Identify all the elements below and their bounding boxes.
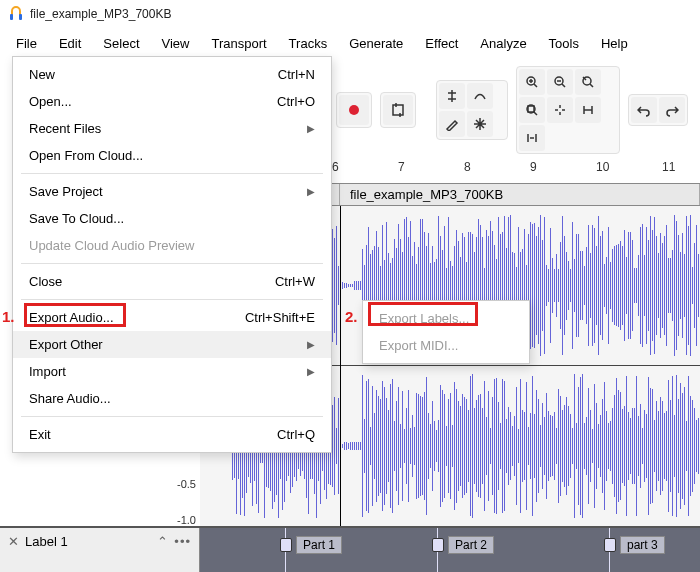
svg-rect-3 xyxy=(393,105,403,115)
annotation-number-1: 1. xyxy=(2,308,15,325)
ruler-tick: 7 xyxy=(398,160,405,174)
menu-export-labels[interactable]: Export Labels... xyxy=(363,305,529,332)
menu-export-midi: Export MIDI... xyxy=(363,332,529,359)
menu-select[interactable]: Select xyxy=(93,32,149,55)
svg-rect-1 xyxy=(19,14,22,20)
record-button[interactable] xyxy=(339,95,369,125)
menu-view[interactable]: View xyxy=(152,32,200,55)
undo-icon[interactable] xyxy=(631,97,657,123)
menu-separator xyxy=(21,173,323,174)
clip-boundary xyxy=(340,206,341,526)
menu-separator xyxy=(21,299,323,300)
menu-close[interactable]: CloseCtrl+W xyxy=(13,268,331,295)
menu-exit[interactable]: ExitCtrl+Q xyxy=(13,421,331,448)
menu-update-cloud: Update Cloud Audio Preview xyxy=(13,232,331,259)
label-handle-icon[interactable] xyxy=(604,538,616,552)
label-marker[interactable]: part 3 xyxy=(604,536,665,554)
menu-recent-files[interactable]: Recent Files▶ xyxy=(13,115,331,142)
track-menu-icon[interactable]: ••• xyxy=(174,534,191,549)
ruler-tick: 6 xyxy=(332,160,339,174)
menu-separator xyxy=(21,263,323,264)
selection-tool[interactable] xyxy=(439,83,465,109)
menu-generate[interactable]: Generate xyxy=(339,32,413,55)
menu-analyze[interactable]: Analyze xyxy=(470,32,536,55)
label-track-panel: ✕ Label 1 ⌃ ••• xyxy=(0,528,200,572)
label-text[interactable]: Part 2 xyxy=(448,536,494,554)
export-other-submenu: Export Labels... Export MIDI... xyxy=(362,300,530,364)
menu-import[interactable]: Import▶ xyxy=(13,358,331,385)
axis-label: -1.0 xyxy=(160,514,196,526)
menu-open-cloud[interactable]: Open From Cloud... xyxy=(13,142,331,169)
zoom-in-icon[interactable] xyxy=(519,69,545,95)
label-marker[interactable]: Part 1 xyxy=(280,536,342,554)
label-handle-icon[interactable] xyxy=(280,538,292,552)
axis-label: -0.5 xyxy=(160,478,196,490)
window-title: file_example_MP3_700KB xyxy=(30,7,171,21)
chevron-up-icon[interactable]: ⌃ xyxy=(157,534,168,549)
menu-save-project[interactable]: Save Project▶ xyxy=(13,178,331,205)
ruler-tick: 10 xyxy=(596,160,609,174)
svg-rect-8 xyxy=(528,106,534,112)
silence-icon[interactable] xyxy=(519,125,545,151)
menu-open[interactable]: Open...Ctrl+O xyxy=(13,88,331,115)
menu-new[interactable]: NewCtrl+N xyxy=(13,61,331,88)
app-icon xyxy=(8,6,24,22)
envelope-tool[interactable] xyxy=(467,83,493,109)
label-track-name[interactable]: Label 1 xyxy=(25,534,151,549)
label-marker[interactable]: Part 2 xyxy=(432,536,494,554)
label-handle-icon[interactable] xyxy=(432,538,444,552)
file-menu-dropdown: NewCtrl+N Open...Ctrl+O Recent Files▶ Op… xyxy=(12,56,332,453)
menu-separator xyxy=(21,416,323,417)
menu-export-audio[interactable]: Export Audio...Ctrl+Shift+E xyxy=(13,304,331,331)
menu-effect[interactable]: Effect xyxy=(415,32,468,55)
chevron-right-icon: ▶ xyxy=(307,186,315,197)
multi-tool[interactable] xyxy=(467,111,493,137)
chevron-right-icon: ▶ xyxy=(307,366,315,377)
zoom-out-icon[interactable] xyxy=(547,69,573,95)
ruler-tick: 8 xyxy=(464,160,471,174)
label-text[interactable]: Part 1 xyxy=(296,536,342,554)
trim-icon[interactable] xyxy=(575,97,601,123)
menu-help[interactable]: Help xyxy=(591,32,638,55)
draw-tool[interactable] xyxy=(439,111,465,137)
annotation-number-2: 2. xyxy=(345,308,358,325)
zoom-toggle-icon[interactable] xyxy=(547,97,573,123)
close-icon[interactable]: ✕ xyxy=(8,534,19,549)
menu-tools[interactable]: Tools xyxy=(539,32,589,55)
menu-share-audio[interactable]: Share Audio... xyxy=(13,385,331,412)
ruler-tick: 11 xyxy=(662,160,675,174)
svg-point-2 xyxy=(349,105,359,115)
label-track: ✕ Label 1 ⌃ ••• Part 1 Part 2 part 3 xyxy=(0,526,700,572)
loop-button[interactable] xyxy=(383,95,413,125)
label-lane[interactable]: Part 1 Part 2 part 3 xyxy=(200,528,700,572)
clip-name: file_example_MP3_700KB xyxy=(350,187,503,202)
menu-file[interactable]: File xyxy=(6,32,47,55)
fit-selection-icon[interactable] xyxy=(575,69,601,95)
label-text[interactable]: part 3 xyxy=(620,536,665,554)
chevron-right-icon: ▶ xyxy=(307,339,315,350)
redo-icon[interactable] xyxy=(659,97,685,123)
menu-export-other[interactable]: Export Other▶ xyxy=(13,331,331,358)
svg-rect-0 xyxy=(10,14,13,20)
chevron-right-icon: ▶ xyxy=(307,123,315,134)
fit-project-icon[interactable] xyxy=(519,97,545,123)
ruler-tick: 9 xyxy=(530,160,537,174)
menu-tracks[interactable]: Tracks xyxy=(279,32,338,55)
menu-transport[interactable]: Transport xyxy=(201,32,276,55)
menu-save-cloud[interactable]: Save To Cloud... xyxy=(13,205,331,232)
menu-edit[interactable]: Edit xyxy=(49,32,91,55)
clip-tab-2[interactable]: file_example_MP3_700KB xyxy=(340,184,700,205)
